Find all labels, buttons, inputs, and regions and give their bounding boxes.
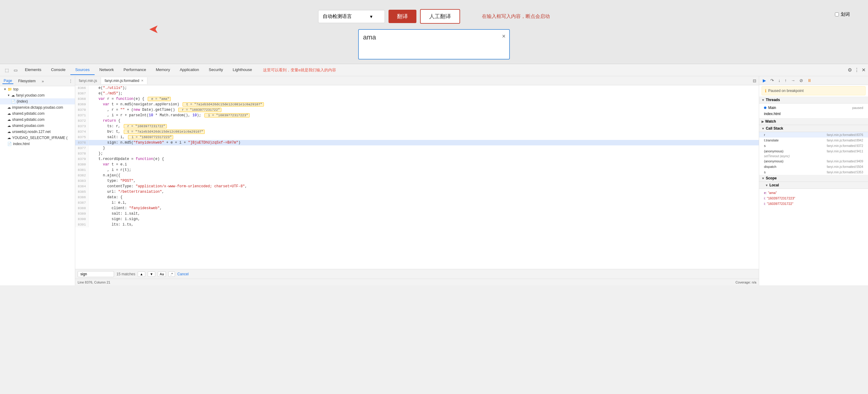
search-bar: 15 matches ▲ ▼ Aa .* Cancel <box>75 269 759 279</box>
tree-item-shared-youdao[interactable]: ☁ shared.youdao.com <box>0 123 75 129</box>
paused-banner: ℹ Paused on breakpoint <box>762 86 866 95</box>
callstack-section-header[interactable]: ▼ Call Stack <box>759 125 868 132</box>
deactivate-btn[interactable]: ⊘ <box>798 77 804 83</box>
tab-console[interactable]: Console <box>46 65 70 75</box>
tab-security[interactable]: Security <box>204 65 228 75</box>
code-line-8366: 8366 e("./utils"); <box>75 85 759 91</box>
resume-btn[interactable]: ▶ <box>762 77 767 83</box>
file-tree-tab-filesystem[interactable]: Filesystem <box>17 78 37 84</box>
search-match-count: 15 matches <box>117 272 135 276</box>
tab-lighthouse[interactable]: Lighthouse <box>228 65 257 75</box>
step-btn[interactable]: → <box>790 77 797 83</box>
device-icon[interactable]: ▭ <box>11 68 20 73</box>
code-line-8381: 8381 , i = r(t); <box>75 167 759 173</box>
step-out-btn[interactable]: ↑ <box>783 77 788 83</box>
tab-close-icon[interactable]: ✕ <box>141 79 144 82</box>
callstack-item-anon[interactable]: (anonymous) fanyi.min.js:formatted:9411 <box>759 148 868 154</box>
split-editor-icon[interactable]: ⊟ <box>750 78 759 83</box>
huaci-checkbox[interactable] <box>835 12 839 17</box>
settings-icon[interactable]: ⚙ <box>848 67 852 73</box>
code-line-8383: 8383 type: "POST", <box>75 178 759 184</box>
tab-performance[interactable]: Performance <box>119 65 151 75</box>
callstack-item-s2[interactable]: s fanyi.min.js:formatted:5353 <box>759 169 868 175</box>
tree-item-indexhtml[interactable]: 📄 index.html <box>0 141 75 147</box>
tree-options-icon[interactable]: ⋮ <box>69 79 72 83</box>
code-line-8374: 8374 bv: t, t = "7a1eb3d426dc15de12c081e… <box>75 129 759 135</box>
cursor-position: Line 8376, Column 21 <box>78 280 111 284</box>
annotation-sources: 这里可以看到，变量e就是我们输入的内容 <box>263 67 336 73</box>
translate-button[interactable]: 翻译 <box>389 10 416 23</box>
callstack-item-anon2[interactable]: (anonymous) fanyi.min.js:formatted:9409 <box>759 159 868 164</box>
thread-main-label: Main <box>768 106 776 110</box>
callstack-item-ttranslate[interactable]: t.translate fanyi.min.js:formatted:8942 <box>759 138 868 143</box>
threads-label: Threads <box>766 98 780 102</box>
search-next-btn[interactable]: ▼ <box>148 271 155 277</box>
arrow-to-input: ➤ <box>149 23 159 37</box>
scope-section-header[interactable]: ▼ Scope <box>759 175 868 182</box>
code-line-8376: 8376 sign: n.md5("fanyideskweb" + e + i … <box>75 140 759 145</box>
input-box[interactable]: ama × <box>358 29 510 59</box>
search-input[interactable] <box>78 271 114 277</box>
scope-i2: i: "1603977231722" <box>759 201 868 206</box>
folder-icon: 📁 <box>8 87 12 91</box>
tree-item-shared1[interactable]: ☁ shared.ydstatic.com <box>0 111 75 117</box>
pause-btn[interactable]: ⏸ <box>806 77 813 83</box>
devtools-body: Page Filesystem » ⋮ ▼ 📁 top ▼ ☁ fanyi.yo… <box>0 76 868 285</box>
callstack-chevron: ▼ <box>762 127 765 130</box>
regex-btn[interactable]: .* <box>168 271 175 277</box>
devtools-right-icons: ⚙ ⋮ ✕ <box>848 67 866 73</box>
inspect-icon[interactable]: ⬚ <box>2 68 11 73</box>
huaci-label: 划词 <box>841 11 850 17</box>
step-into-btn[interactable]: ↓ <box>777 77 781 83</box>
tree-item-fanyi[interactable]: ▼ ☁ fanyi.youdao.com <box>0 92 75 98</box>
file-tree-header: Page Filesystem » ⋮ <box>0 76 75 86</box>
code-line-8369: 8369 var t = n.md5(navigator.appVersion)… <box>75 102 759 107</box>
local-section-header[interactable]: ▼ Local <box>759 182 868 189</box>
step-over-btn[interactable]: ↷ <box>769 77 775 83</box>
tab-memory[interactable]: Memory <box>151 65 175 75</box>
tab-network[interactable]: Network <box>95 65 119 75</box>
code-tabs-bar: fanyi.min.js fanyi.min.js:formatted ✕ ⊟ <box>75 76 759 85</box>
cloud-icon7: ☁ <box>7 136 11 140</box>
toolbar-row: 自动检测语言 ▾ 翻译 人工翻译 在输入框写入内容，断点会启动 <box>318 9 550 24</box>
threads-section-header[interactable]: ▼ Threads <box>759 96 868 104</box>
info-icon: ℹ <box>765 88 766 93</box>
tree-item-impservice[interactable]: ☁ impservice.dictapp.youdao.com <box>0 105 75 111</box>
chevron-right-icon: ▼ <box>7 94 10 97</box>
callstack-item-r[interactable]: r fanyi.min.js:formatted:8376 <box>759 132 868 138</box>
note-text: 在输入框写入内容，断点会启动 <box>482 13 550 20</box>
file-tree-tab-page[interactable]: Page <box>2 78 13 84</box>
more-tabs-icon[interactable]: » <box>41 79 44 83</box>
tab-elements[interactable]: Elements <box>20 65 46 75</box>
tree-item-urs[interactable]: ☁ urswebzj.nosdn.127.net <box>0 129 75 135</box>
thread-main-status: paused <box>852 106 863 110</box>
tree-item-iframe[interactable]: ☁ YOUDAO_SELECTOR_IFRAME ( <box>0 135 75 141</box>
search-cancel-btn[interactable]: Cancel <box>178 272 189 276</box>
status-bar: Line 8376, Column 21 Coverage: n/a <box>75 279 759 285</box>
tree-item-shared2[interactable]: ☁ shared.ydstatic.com <box>0 117 75 123</box>
scope-key-i: i: <box>764 196 766 200</box>
code-editor-panel: fanyi.min.js fanyi.min.js:formatted ✕ ⊟ … <box>75 76 759 285</box>
code-content[interactable]: 8366 e("./utils"); 8367 e("./md5"); 8368… <box>75 85 759 269</box>
threads-chevron: ▼ <box>762 98 765 102</box>
lang-select[interactable]: 自动检测语言 ▾ <box>318 10 385 23</box>
code-line-8382: 8382 n.ajax({ <box>75 173 759 178</box>
code-tab-fanyi-formatted[interactable]: fanyi.min.js:formatted ✕ <box>101 77 147 84</box>
tree-item-index[interactable]: 📄 (index) <box>0 98 75 105</box>
code-tab-fanyi-min[interactable]: fanyi.min.js <box>75 77 101 84</box>
search-prev-btn[interactable]: ▲ <box>138 271 145 277</box>
thread-indexhtml[interactable]: index.html <box>759 111 868 117</box>
more-icon[interactable]: ⋮ <box>854 67 859 73</box>
callstack-item-dispatch[interactable]: dispatch fanyi.min.js:formatted:5504 <box>759 164 868 169</box>
match-case-btn[interactable]: Aa <box>158 271 166 277</box>
callstack-item-s[interactable]: s fanyi.min.js:formatted:9372 <box>759 143 868 148</box>
watch-section-header[interactable]: ▶ Watch <box>759 118 868 125</box>
manual-translate-button[interactable]: 人工翻译 <box>420 9 460 24</box>
scope-e: e: "ama" <box>759 190 868 196</box>
tab-sources[interactable]: Sources <box>70 65 95 75</box>
close-devtools-icon[interactable]: ✕ <box>862 67 866 73</box>
tab-application[interactable]: Application <box>175 65 204 75</box>
thread-main[interactable]: Main paused <box>759 105 868 111</box>
close-button[interactable]: × <box>502 33 505 40</box>
tree-item-top[interactable]: ▼ 📁 top <box>0 86 75 92</box>
